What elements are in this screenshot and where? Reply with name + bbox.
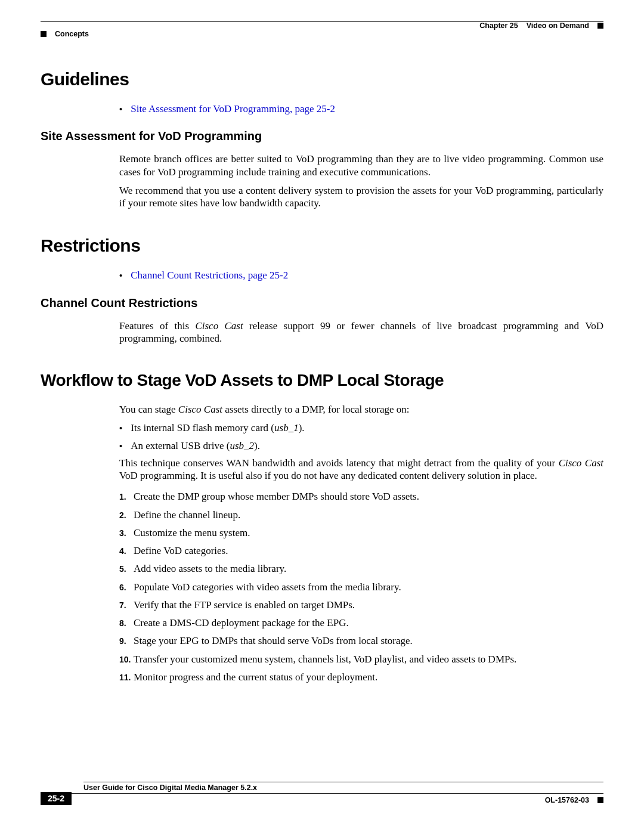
footer-rule	[83, 782, 603, 782]
step-item: 10.Transfer your customized menu system,…	[119, 653, 603, 665]
decorative-square	[41, 31, 47, 37]
heading-restrictions: Restrictions	[41, 236, 603, 256]
link-site-assessment[interactable]: Site Assessment for VoD Programming, pag…	[131, 103, 335, 115]
paragraph: This technique conserves WAN bandwidth a…	[119, 457, 603, 482]
step-item: 4.Define VoD categories.	[119, 544, 603, 557]
bullet-icon: •	[119, 441, 122, 452]
decorative-square	[597, 797, 603, 803]
heading-workflow: Workflow to Stage VoD Assets to DMP Loca…	[41, 371, 603, 390]
workflow-steps: 1.Create the DMP group whose member DMPs…	[119, 490, 603, 683]
footer-guide-title: User Guide for Cisco Digital Media Manag…	[83, 784, 603, 792]
header-section: Concepts	[55, 30, 89, 38]
step-item: 11.Monitor progress and the current stat…	[119, 671, 603, 683]
paragraph: Remote branch offices are better suited …	[119, 153, 603, 178]
header-chapter: Chapter 25	[479, 21, 518, 30]
bullet-icon: •	[119, 104, 122, 115]
header-chapter-title: Video on Demand	[527, 21, 589, 30]
bullet-item: •Site Assessment for VoD Programming, pa…	[119, 103, 603, 115]
page-header: Chapter 25 Video on Demand Concepts	[41, 21, 603, 37]
paragraph: We recommend that you use a content deli…	[119, 184, 603, 210]
page-footer: User Guide for Cisco Digital Media Manag…	[41, 782, 603, 808]
link-channel-count[interactable]: Channel Count Restrictions, page 25-2	[131, 269, 288, 281]
step-item: 1.Create the DMP group whose member DMPs…	[119, 490, 603, 503]
decorative-square	[597, 23, 603, 29]
step-item: 2.Define the channel lineup.	[119, 509, 603, 521]
step-item: 9.Stage your EPG to DMPs that should ser…	[119, 634, 603, 647]
step-item: 7.Verify that the FTP service is enabled…	[119, 599, 603, 611]
bullet-item: •An external USB drive (usb_2).	[119, 439, 603, 452]
page-number: 25-2	[41, 792, 72, 805]
bullet-item: •Channel Count Restrictions, page 25-2	[119, 269, 603, 281]
step-item: 6.Populate VoD categories with video ass…	[119, 581, 603, 593]
doc-reference: OL-15762-03	[545, 796, 589, 804]
bullet-icon: •	[119, 423, 122, 434]
header-rule	[41, 21, 603, 22]
bullet-icon: •	[119, 270, 122, 281]
paragraph: Features of this Cisco Cast release supp…	[119, 320, 603, 345]
subheading-channel-count: Channel Count Restrictions	[41, 296, 603, 310]
step-item: 8.Create a DMS-CD deployment package for…	[119, 617, 603, 629]
bullet-item: •Its internal SD flash memory card (usb_…	[119, 422, 603, 434]
heading-guidelines: Guidelines	[41, 69, 603, 89]
subheading-site-assessment: Site Assessment for VoD Programming	[41, 129, 603, 143]
paragraph: You can stage Cisco Cast assets directly…	[119, 403, 603, 416]
step-item: 5.Add video assets to the media library.	[119, 562, 603, 575]
step-item: 3.Customize the menu system.	[119, 527, 603, 539]
